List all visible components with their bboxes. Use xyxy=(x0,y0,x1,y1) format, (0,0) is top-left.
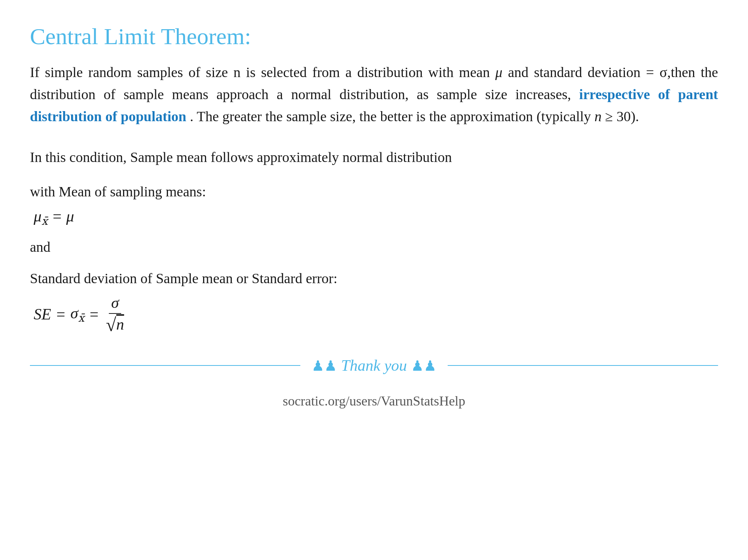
mean-section: with Mean of sampling means: μx̄ = μ xyxy=(30,183,718,227)
divider-section: ♟♟ Thank you ♟♟ xyxy=(30,356,718,374)
page-title: Central Limit Theorem: xyxy=(30,22,718,50)
intro-text-part3: . The greater the sample size, the bette… xyxy=(186,108,639,124)
fraction-denominator: √n xyxy=(104,314,126,334)
condition-text: In this condition, Sample mean follows a… xyxy=(30,146,718,168)
sd-label: Standard deviation of Sample mean or Sta… xyxy=(30,270,718,287)
sqrt-symbol: √ xyxy=(106,315,116,334)
and-text: and xyxy=(30,239,718,255)
thank-you-text: ♟♟ Thank you ♟♟ xyxy=(312,356,436,374)
fraction-numerator: σ xyxy=(109,294,121,313)
sqrt-n: n xyxy=(116,316,124,333)
fraction: σ √n xyxy=(104,294,126,334)
intro-paragraph: If simple random samples of size n is se… xyxy=(30,61,718,128)
se-formula: SE = σx̄ = σ √n xyxy=(34,294,718,334)
footer: socratic.org/users/VarunStatsHelp xyxy=(30,393,718,409)
spiral-left: ♟♟ xyxy=(312,358,337,374)
page-container: Central Limit Theorem: If simple random … xyxy=(30,15,718,416)
mean-formula: μx̄ = μ xyxy=(34,207,718,227)
divider-line-left xyxy=(30,365,300,366)
divider-line-right xyxy=(448,365,718,366)
sd-section: Standard deviation of Sample mean or Sta… xyxy=(30,270,718,334)
sqrt-wrapper: √n xyxy=(106,315,124,334)
mean-label: with Mean of sampling means: xyxy=(30,183,718,200)
thank-you-label: Thank you xyxy=(341,357,407,374)
spiral-right: ♟♟ xyxy=(411,358,436,374)
